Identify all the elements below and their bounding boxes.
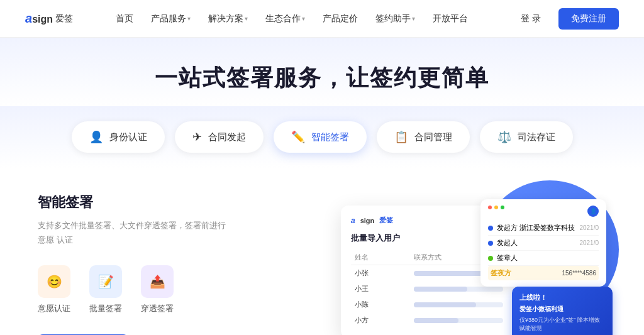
section-title: 智能签署 — [38, 193, 226, 212]
scale-icon: ⚖️ — [497, 130, 511, 144]
batch-icon-box: 📝 — [89, 265, 122, 298]
row-name-1: 小张 — [351, 265, 410, 282]
edit-icon: 📝 — [98, 274, 114, 289]
card-logo-a: a — [351, 216, 355, 225]
dot-blue-icon — [488, 226, 493, 231]
chevron-down-icon: ▾ — [412, 15, 415, 22]
nav-solutions[interactable]: 解决方案 ▾ — [201, 9, 255, 28]
intention-label: 意愿认证 — [38, 303, 70, 314]
dot-green — [501, 206, 504, 209]
side-date-2: 2021/0 — [579, 239, 599, 246]
tab-identity[interactable]: 👤 身份认证 — [72, 121, 165, 153]
nav-products[interactable]: 产品服务 ▾ — [143, 9, 198, 28]
table-row: 小陈 — [351, 297, 507, 312]
feature-icons: 😊 意愿认证 📝 批量签署 📤 穿透签署 — [38, 265, 226, 314]
send-icon: ✈ — [192, 130, 202, 144]
penetrate-icon-box: 📤 — [141, 265, 174, 298]
logo[interactable]: asign 爱签 — [25, 11, 73, 26]
nav-ecosystem[interactable]: 生态合作 ▾ — [258, 9, 313, 28]
header-actions: 登 录 免费注册 — [511, 8, 619, 30]
side-row-sender: 发起方 浙江爱签数字科技 2021/0 — [488, 221, 599, 236]
row-name-4: 小方 — [351, 312, 410, 328]
tab-smart-sign-label: 智能签署 — [311, 131, 349, 143]
login-button[interactable]: 登 录 — [511, 9, 551, 28]
row-bar-2 — [414, 287, 503, 292]
feature-penetrate-sign: 📤 穿透签署 — [141, 265, 174, 314]
side-info-card: 👤 发起方 浙江爱签数字科技 2021/0 发起人 2021/0 — [480, 199, 606, 287]
tab-judicial[interactable]: ⚖️ 司法存证 — [480, 121, 573, 153]
logo-chinese: 爱签 — [55, 13, 73, 25]
chevron-down-icon: ▾ — [245, 15, 248, 22]
hero-section: 一站式签署服务，让签约更简单 — [0, 38, 644, 106]
tab-smart-sign[interactable]: ✏️ 智能签署 — [274, 121, 367, 153]
card-logo-chinese: 爱签 — [379, 216, 393, 225]
side-row-initiator: 发起人 2021/0 — [488, 236, 599, 251]
notif-subtitle: 爱签小微福利通 — [519, 305, 605, 314]
side-row-seal: 签夜方 156****4586 — [488, 266, 599, 280]
person-avatar: 👤 — [587, 206, 599, 217]
face-icon: 😊 — [47, 274, 62, 289]
dot-red — [488, 206, 492, 209]
chevron-down-icon: ▾ — [187, 15, 191, 22]
notif-desc: 仅¥380元为小企业"签" 降本增效 赋能智慧 — [519, 316, 605, 333]
feature-tabs: 👤 身份认证 ✈ 合同发起 ✏️ 智能签署 📋 合同管理 ⚖️ 司法存证 — [0, 106, 644, 168]
penetrate-label: 穿透签署 — [141, 303, 174, 314]
nav-open-platform[interactable]: 开放平台 — [425, 9, 475, 28]
tab-contract-start-label: 合同发起 — [208, 131, 246, 143]
register-button[interactable]: 免费注册 — [558, 8, 619, 30]
section-desc: 支持多文件批量签署、大文件穿透签署，签署前进行意愿 认证 — [38, 218, 226, 248]
tab-identity-label: 身份认证 — [109, 131, 147, 143]
tab-judicial-label: 司法存证 — [518, 131, 555, 143]
dot-blue-icon2 — [488, 241, 493, 246]
nav-pricing[interactable]: 产品定价 — [315, 9, 365, 28]
col-name: 姓名 — [351, 250, 410, 265]
chevron-down-icon: ▾ — [302, 15, 305, 22]
notif-title: 上线啦！ — [519, 293, 605, 302]
side-signer-label: 签章人 — [497, 253, 518, 263]
feature-intention: 😊 意愿认证 — [38, 265, 70, 314]
row-name-3: 小陈 — [351, 297, 410, 312]
side-sender-label: 发起方 浙江爱签数字科技 — [497, 223, 575, 233]
side-initiator-label: 发起人 — [497, 238, 518, 248]
side-seal-label: 签夜方 — [491, 268, 511, 278]
document-icon: 📋 — [394, 130, 408, 144]
content-right: 👤 发起方 浙江爱签数字科技 2021/0 发起人 2021/0 — [252, 193, 606, 335]
card-side-header: 👤 — [488, 206, 599, 217]
feature-batch-sign: 📝 批量签署 — [89, 265, 122, 314]
logo-brand: asign — [25, 11, 53, 26]
dot-yellow — [494, 206, 498, 209]
intention-icon-box: 😊 — [38, 265, 70, 298]
side-row-signer: 签章人 — [488, 251, 599, 266]
notification-card: 上线啦！ 爱签小微福利通 仅¥380元为小企业"签" 降本增效 赋能智慧 立即购… — [512, 287, 613, 335]
row-bar-4 — [414, 318, 503, 323]
hero-title: 一站式签署服务，让签约更简单 — [25, 63, 619, 94]
content-left: 智能签署 支持多文件批量签署、大文件穿透签署，签署前进行意愿 认证 😊 意愿认证… — [38, 193, 226, 335]
tab-contract-manage[interactable]: 📋 合同管理 — [377, 121, 470, 153]
nav-assistant[interactable]: 签约助手 ▾ — [368, 9, 423, 28]
nav-home[interactable]: 首页 — [108, 9, 141, 28]
arrow-icon: 📤 — [150, 274, 165, 289]
person-icon: 👤 — [89, 130, 103, 144]
main-nav: 首页 产品服务 ▾ 解决方案 ▾ 生态合作 ▾ 产品定价 签约助手 ▾ 开放平台 — [108, 9, 475, 28]
tab-contract-manage-label: 合同管理 — [414, 131, 452, 143]
table-row: 小方 — [351, 312, 507, 328]
header: asign 爱签 首页 产品服务 ▾ 解决方案 ▾ 生态合作 ▾ 产品定价 签约… — [0, 0, 644, 38]
row-name-2: 小王 — [351, 281, 410, 297]
pen-icon: ✏️ — [291, 130, 305, 144]
card-logo-sign: sign — [360, 217, 375, 224]
main-content: 智能签署 支持多文件批量签署、大文件穿透签署，签署前进行意愿 认证 😊 意愿认证… — [0, 168, 644, 335]
side-phone: 156****4586 — [562, 270, 597, 277]
batch-label: 批量签署 — [89, 303, 122, 314]
tab-contract-start[interactable]: ✈ 合同发起 — [175, 121, 264, 153]
side-date-1: 2021/0 — [579, 224, 599, 231]
dot-green-icon — [488, 256, 493, 261]
row-bar-3 — [414, 302, 503, 307]
